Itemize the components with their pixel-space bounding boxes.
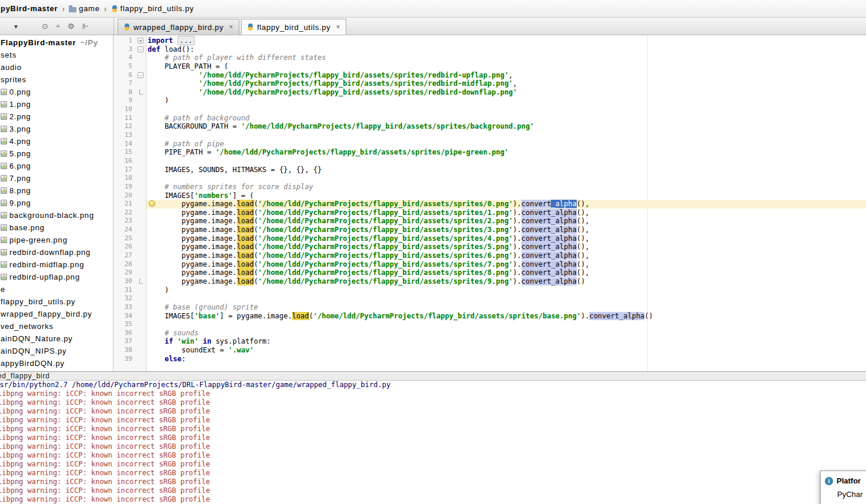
tree-item-redbird-midflap-png[interactable]: redbird-midflap.png bbox=[0, 258, 113, 271]
breadcrumb-item-flappy-bird-utils-py[interactable]: flappy_bird_utils.py bbox=[111, 4, 194, 13]
tree-item-sprites[interactable]: sprites bbox=[0, 73, 113, 86]
tree-item-aindqn-nature-py[interactable]: ainDQN_Nature.py bbox=[0, 332, 113, 345]
tree-item-sets[interactable]: sets bbox=[0, 49, 113, 61]
tree-item-e[interactable]: e bbox=[0, 283, 113, 295]
breadcrumb-item-pybird-master[interactable]: pyBird-master bbox=[1, 4, 58, 13]
run-console[interactable]: ed_flappy_bird /usr/bin/python2.7 /home/… bbox=[0, 371, 866, 504]
line-number[interactable]: 14 bbox=[113, 140, 136, 149]
code-line[interactable]: 26 pygame.image.load('/home/ldd/PycharmP… bbox=[113, 243, 866, 251]
breadcrumb-item-game[interactable]: game bbox=[69, 4, 99, 13]
tree-item-0-png[interactable]: 0.png bbox=[0, 86, 113, 98]
tree-item-wrapped-flappy-bird-py[interactable]: wrapped_flappy_bird.py bbox=[0, 308, 113, 320]
tree-item-1-png[interactable]: 1.png bbox=[0, 98, 113, 110]
line-number[interactable]: 30 bbox=[113, 277, 136, 286]
line-number[interactable]: 10 bbox=[113, 105, 136, 114]
code-line[interactable]: 27 pygame.image.load('/home/ldd/PycharmP… bbox=[113, 251, 866, 260]
line-number[interactable]: 20 bbox=[113, 191, 136, 200]
line-number[interactable]: 33 bbox=[113, 303, 136, 312]
code-line[interactable]: 32 bbox=[113, 294, 866, 303]
line-number[interactable]: 11 bbox=[113, 114, 136, 123]
line-number[interactable]: 23 bbox=[113, 217, 136, 226]
tree-item-2-png[interactable]: 2.png bbox=[0, 110, 113, 123]
console-output[interactable]: /usr/bin/python2.7 /home/ldd/PycharmProj… bbox=[0, 381, 866, 504]
line-number[interactable]: 9 bbox=[113, 96, 136, 105]
line-number[interactable]: 36 bbox=[113, 329, 136, 338]
tree-item-7-png[interactable]: 7.png bbox=[0, 172, 113, 184]
code-line[interactable]: 4 # path of player with different states bbox=[113, 53, 866, 62]
line-number[interactable]: 35 bbox=[113, 320, 136, 329]
line-number[interactable]: 5 bbox=[113, 62, 136, 71]
line-number[interactable]: 32 bbox=[113, 294, 136, 303]
code-line[interactable]: 19 # numbers sprites for score display bbox=[113, 183, 866, 191]
code-line[interactable]: 28 pygame.image.load('/home/ldd/PycharmP… bbox=[113, 260, 866, 269]
locate-icon[interactable]: ⊙ bbox=[42, 22, 48, 30]
code-line[interactable]: 37 if 'win' in sys.platform: bbox=[113, 337, 866, 346]
notification-popup[interactable]: i Platfor PyChar bbox=[820, 471, 866, 504]
code-line[interactable]: 36 # sounds bbox=[113, 329, 866, 338]
line-number[interactable]: 12 bbox=[113, 122, 136, 131]
tree-item-redbird-upflap-png[interactable]: redbird-upflap.png bbox=[0, 271, 113, 283]
tree-item-appybirddqn-py[interactable]: appyBirdDQN.py bbox=[0, 357, 113, 369]
line-number[interactable]: 39 bbox=[113, 355, 136, 364]
tree-item-background-black-png[interactable]: background-black.png bbox=[0, 209, 113, 221]
tab-wrapped-flappy-bird-py[interactable]: wrapped_flappy_bird.py× bbox=[118, 19, 239, 35]
code-line[interactable]: 22 pygame.image.load('/home/ldd/PycharmP… bbox=[113, 209, 866, 217]
tree-item-8-png[interactable]: 8.png bbox=[0, 184, 113, 197]
hide-panel-icon[interactable]: ⊩ bbox=[82, 22, 89, 30]
tree-item-audio[interactable]: audio bbox=[0, 61, 113, 73]
fold-collapse-icon[interactable]: - bbox=[138, 72, 143, 78]
code-line[interactable]: 9 ) bbox=[113, 96, 866, 105]
tree-item-base-png[interactable]: base.png bbox=[0, 221, 113, 234]
tree-item-ved-networks[interactable]: ved_networks bbox=[0, 320, 113, 332]
line-number[interactable]: 17 bbox=[113, 166, 136, 174]
code-line[interactable]: 15 PIPE_PATH = '/home/ldd/PycharmProject… bbox=[113, 148, 866, 157]
line-number[interactable]: 38 bbox=[113, 346, 136, 355]
code-line[interactable]: 17 IMAGES, SOUNDS, HITMASKS = {}, {}, {} bbox=[113, 166, 866, 174]
line-number[interactable]: 18 bbox=[113, 174, 136, 183]
code-line[interactable]: 31 ) bbox=[113, 286, 866, 295]
line-number[interactable]: 24 bbox=[113, 226, 136, 234]
code-line[interactable]: 33 # base (ground) sprite bbox=[113, 303, 866, 312]
editor[interactable]: 1+import ...3-def load():4 # path of pla… bbox=[113, 35, 866, 371]
line-number[interactable]: 4 bbox=[113, 53, 136, 62]
tree-item-5-png[interactable]: 5.png bbox=[0, 147, 113, 160]
project-dropdown-icon[interactable]: ▾ bbox=[14, 23, 18, 30]
code-line[interactable]: 16 bbox=[113, 157, 866, 166]
tree-item-3-png[interactable]: 3.png bbox=[0, 123, 113, 135]
line-number[interactable]: 3 bbox=[113, 45, 136, 54]
close-tab-icon[interactable]: × bbox=[229, 23, 233, 31]
line-number[interactable]: 28 bbox=[113, 260, 136, 269]
code-line[interactable]: 18 bbox=[113, 174, 866, 183]
tree-item-flappy-bird-utils-py[interactable]: flappy_bird_utils.py bbox=[0, 295, 113, 308]
code-line[interactable]: 5 PLAYER_PATH = ( bbox=[113, 62, 866, 71]
line-number[interactable]: 13 bbox=[113, 131, 136, 140]
line-number[interactable]: 22 bbox=[113, 209, 136, 217]
line-number[interactable]: 21 bbox=[113, 200, 136, 209]
line-number[interactable]: 37 bbox=[113, 337, 136, 346]
line-number[interactable]: 16 bbox=[113, 157, 136, 166]
code-line[interactable]: 24 pygame.image.load('/home/ldd/PycharmP… bbox=[113, 226, 866, 234]
project-tree[interactable]: FlappyBird-master~/Pysetsaudiosprites0.p… bbox=[0, 35, 113, 371]
line-number[interactable]: 1 bbox=[113, 36, 136, 45]
line-number[interactable]: 7 bbox=[113, 79, 136, 88]
code-line[interactable]: 38 soundExt = '.wav' bbox=[113, 346, 866, 355]
tree-item-4-png[interactable]: 4.png bbox=[0, 135, 113, 147]
run-tab-header[interactable]: ed_flappy_bird bbox=[0, 372, 866, 381]
tree-item-aindqn-nips-py[interactable]: ainDQN_NIPS.py bbox=[0, 345, 113, 357]
line-number[interactable]: 29 bbox=[113, 268, 136, 277]
editor-code-area[interactable]: 1+import ...3-def load():4 # path of pla… bbox=[113, 35, 866, 363]
code-line[interactable]: 23 pygame.image.load('/home/ldd/PycharmP… bbox=[113, 217, 866, 226]
code-line[interactable]: 29 pygame.image.load('/home/ldd/PycharmP… bbox=[113, 268, 866, 277]
code-line[interactable]: 3-def load(): bbox=[113, 45, 866, 54]
code-line[interactable]: 14 # path of pipe bbox=[113, 140, 866, 149]
line-number[interactable]: 19 bbox=[113, 183, 136, 191]
code-line[interactable]: 35 bbox=[113, 320, 866, 329]
tree-item-6-png[interactable]: 6.png bbox=[0, 160, 113, 172]
tree-item-9-png[interactable]: 9.png bbox=[0, 197, 113, 209]
tree-item-redbird-downflap-png[interactable]: redbird-downflap.png bbox=[0, 246, 113, 258]
code-line[interactable]: 8 '/home/ldd/PycharmProjects/flappy_bird… bbox=[113, 88, 866, 97]
settings-gear-icon[interactable]: ⚙ bbox=[68, 22, 75, 30]
close-tab-icon[interactable]: × bbox=[336, 23, 340, 31]
tree-item-flappybird-master[interactable]: FlappyBird-master~/Py bbox=[0, 36, 113, 49]
fold-expand-icon[interactable]: + bbox=[138, 38, 143, 43]
